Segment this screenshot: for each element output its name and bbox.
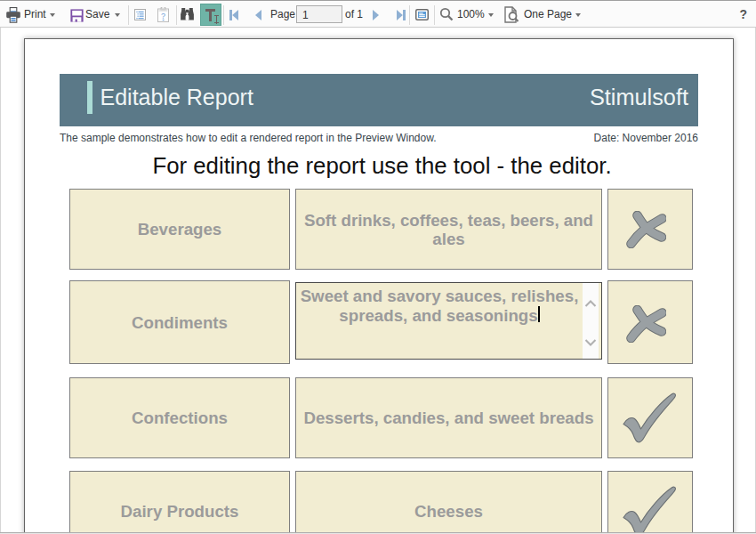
svg-text:?: ?: [161, 12, 165, 20]
